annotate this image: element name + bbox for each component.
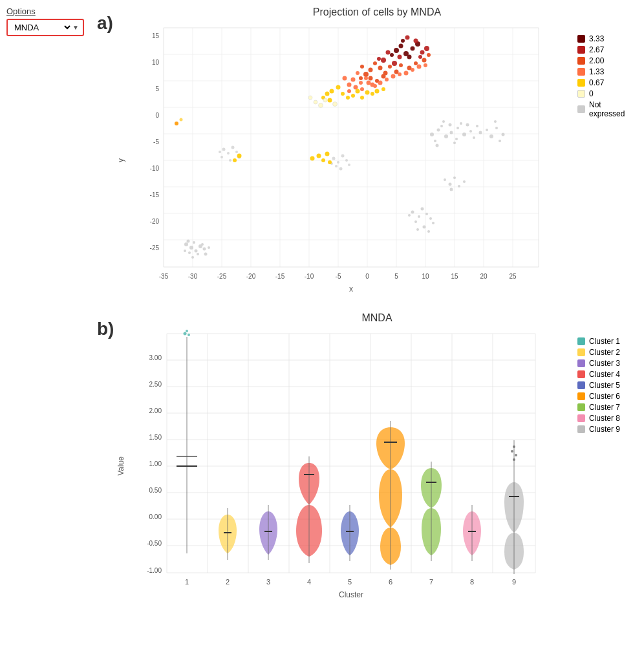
svg-point-175 [237,154,242,158]
svg-text:-10: -10 [150,165,160,172]
svg-point-32 [197,253,199,255]
svg-point-59 [449,123,452,127]
svg-text:-15: -15 [150,191,160,198]
svg-point-142 [347,89,351,93]
svg-point-71 [423,226,426,229]
legend-color [577,90,585,98]
svg-point-248 [184,332,187,336]
svg-text:20: 20 [480,273,488,280]
svg-point-119 [373,61,377,65]
svg-point-139 [343,76,347,81]
scatter-plot: -35 -30 -25 -20 -15 -10 -5 0 5 10 15 20 [128,21,568,299]
legend-color-c3 [577,359,585,367]
legend-item-c4: Cluster 4 [577,370,620,379]
svg-text:10: 10 [152,59,160,66]
svg-point-161 [356,89,360,94]
svg-point-68 [425,213,428,215]
svg-point-162 [360,96,364,100]
svg-point-168 [328,98,332,103]
legend-label-c1: Cluster 1 [589,337,620,346]
svg-text:-0.50: -0.50 [147,540,162,547]
svg-point-131 [422,58,427,63]
svg-point-74 [416,228,419,231]
legend-label: 2.67 [589,45,604,54]
svg-point-36 [204,253,208,256]
legend-color-c4 [577,370,585,378]
svg-point-73 [408,214,411,217]
svg-point-244 [515,454,517,456]
svg-point-114 [424,46,429,51]
svg-point-243 [511,450,513,453]
svg-point-63 [436,144,439,147]
svg-point-60 [460,122,462,125]
svg-point-170 [321,158,325,162]
svg-point-69 [414,220,417,223]
svg-text:5: 5 [155,85,159,92]
scatter-title: Projection of cells by MNDA [116,6,638,18]
svg-point-143 [354,85,358,90]
svg-point-109 [386,50,391,55]
legend-color [577,57,585,65]
svg-text:7: 7 [429,578,433,586]
violin-section-label: b) [97,319,114,339]
legend-label-c9: Cluster 9 [589,425,620,434]
svg-point-122 [360,65,364,69]
svg-point-144 [360,87,364,91]
svg-point-146 [373,84,377,88]
legend-item-c6: Cluster 6 [577,392,620,401]
scatter-section: a) Projection of cells by MNDA y [103,6,638,299]
scatter-y-label: y [116,158,125,162]
svg-point-64 [453,142,456,144]
legend-color-c6 [577,392,585,400]
legend-color [577,79,585,87]
svg-text:1.00: 1.00 [149,460,162,467]
legend-item-c8: Cluster 8 [577,414,620,423]
svg-point-249 [188,334,190,336]
svg-point-49 [469,130,472,133]
gene-select[interactable]: MNDA [12,22,72,33]
legend-item: 2.00 [577,56,631,65]
svg-text:-10: -10 [305,273,314,280]
legend-item-c2: Cluster 2 [577,348,620,357]
svg-text:10: 10 [422,273,429,280]
sidebar: Options MNDA ▼ [0,0,103,625]
svg-point-117 [405,36,410,40]
legend-item-c1: Cluster 1 [577,337,620,346]
legend-color-c5 [577,381,585,389]
legend-label-c5: Cluster 5 [589,381,620,390]
violin-plot: -1.00 -0.50 0.00 0.50 1.00 1.50 2.00 2.5… [128,327,568,605]
svg-point-52 [479,131,482,134]
svg-text:0.00: 0.00 [149,513,162,520]
legend-label-c4: Cluster 4 [589,370,620,379]
svg-point-94 [235,151,238,153]
svg-point-135 [351,78,356,82]
svg-point-80 [450,188,453,191]
svg-point-160 [351,94,355,98]
svg-point-156 [341,92,345,96]
charts-area: a) Projection of cells by MNDA y [103,0,644,625]
svg-point-154 [424,63,427,67]
svg-point-83 [337,161,339,164]
svg-point-27 [195,250,198,253]
legend-color-c2 [577,348,585,356]
svg-point-172 [328,160,332,164]
gene-select-wrapper[interactable]: MNDA ▼ [6,19,84,36]
svg-point-169 [317,154,321,158]
svg-point-62 [494,120,497,123]
svg-text:5: 5 [394,273,398,280]
svg-text:-25: -25 [217,273,227,280]
svg-point-54 [486,129,488,131]
svg-text:0.50: 0.50 [149,487,162,494]
svg-point-91 [227,152,230,155]
svg-point-72 [432,222,435,224]
svg-point-158 [346,96,350,100]
svg-point-47 [462,133,466,136]
svg-point-42 [444,134,448,138]
svg-point-41 [437,129,440,132]
svg-point-57 [502,133,505,136]
svg-point-138 [359,81,363,85]
svg-text:6: 6 [389,578,392,586]
svg-text:15: 15 [451,273,458,280]
svg-point-151 [404,71,409,76]
svg-point-95 [229,159,231,162]
